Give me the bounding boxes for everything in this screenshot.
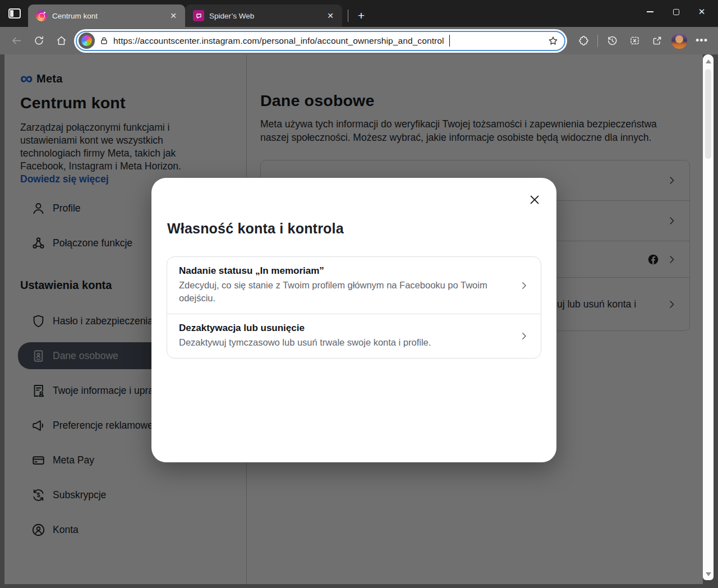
account-ownership-modal: Własność konta i kontrola Nadanie status… xyxy=(151,178,556,462)
copilot-icon[interactable] xyxy=(79,33,95,49)
tab-actions-icon xyxy=(8,8,21,19)
titlebar: Centrum kont ✕ Spider’s Web ✕ + ✕ xyxy=(0,0,718,27)
favorite-star-button[interactable] xyxy=(547,35,559,47)
maximize-button[interactable] xyxy=(663,0,689,24)
refresh-button[interactable] xyxy=(28,30,49,52)
browser-essentials-button[interactable] xyxy=(573,30,594,52)
chevron-right-icon xyxy=(519,281,529,291)
tab-centrum-kont[interactable]: Centrum kont ✕ xyxy=(28,4,185,27)
toolbar: https://accountscenter.instagram.com/per… xyxy=(0,27,718,54)
web-capture-icon xyxy=(629,35,641,47)
page-viewport: ∞ Meta Centrum kont Zarządzaj połączonym… xyxy=(0,54,718,588)
close-icon: ✕ xyxy=(698,7,706,17)
modal-title: Własność konta i kontrola xyxy=(167,220,541,237)
instagram-favicon-icon xyxy=(36,10,47,21)
more-icon: ••• xyxy=(696,35,708,47)
history-icon xyxy=(606,35,618,47)
scroll-down-arrow-icon[interactable] xyxy=(706,572,711,576)
tab-actions-button[interactable] xyxy=(4,3,25,24)
home-icon xyxy=(56,35,67,47)
modal-close-button[interactable] xyxy=(527,192,542,208)
address-bar[interactable]: https://accountscenter.instagram.com/per… xyxy=(74,29,567,53)
modal-options-list: Nadanie statusu „In memoriam” Zdecyduj, … xyxy=(167,256,541,359)
deactivation-deletion-option[interactable]: Dezaktywacja lub usunięcie Dezaktywuj ty… xyxy=(167,314,541,358)
share-icon xyxy=(651,35,663,47)
minimize-icon xyxy=(647,11,653,12)
tab-close-icon[interactable]: ✕ xyxy=(167,10,180,22)
tab-title: Spider’s Web xyxy=(209,12,319,20)
settings-more-button[interactable]: ••• xyxy=(691,30,712,52)
new-tab-button[interactable]: + xyxy=(353,7,370,24)
maximize-icon xyxy=(673,9,679,15)
url-text[interactable]: https://accountscenter.instagram.com/per… xyxy=(113,36,444,46)
spiders-web-favicon-icon xyxy=(193,10,204,21)
close-icon xyxy=(528,194,541,206)
profile-avatar[interactable] xyxy=(671,33,687,49)
memorialization-option[interactable]: Nadanie statusu „In memoriam” Zdecyduj, … xyxy=(167,257,541,314)
share-button[interactable] xyxy=(646,30,668,52)
back-icon xyxy=(11,35,22,47)
browser-essentials-icon xyxy=(578,35,590,47)
tab-close-icon[interactable]: ✕ xyxy=(324,10,337,22)
minimize-button[interactable] xyxy=(637,0,663,24)
toolbar-divider xyxy=(597,35,598,47)
back-button[interactable] xyxy=(6,30,27,52)
accounts-center-page: ∞ Meta Centrum kont Zarządzaj połączonym… xyxy=(4,54,703,584)
browser-window: Centrum kont ✕ Spider’s Web ✕ + ✕ xyxy=(0,0,718,588)
tab-spiders-web[interactable]: Spider’s Web ✕ xyxy=(185,4,342,27)
vertical-scrollbar[interactable] xyxy=(703,54,714,580)
close-window-button[interactable]: ✕ xyxy=(689,0,715,24)
tab-title: Centrum kont xyxy=(52,12,162,20)
chevron-right-icon xyxy=(519,331,529,341)
lock-icon xyxy=(99,36,109,45)
refresh-icon xyxy=(33,35,45,47)
star-icon xyxy=(547,35,559,47)
scrollbar-thumb[interactable] xyxy=(705,69,711,159)
web-capture-button[interactable] xyxy=(624,30,645,52)
scroll-up-arrow-icon[interactable] xyxy=(706,59,711,63)
tab-divider xyxy=(348,10,348,22)
history-button[interactable] xyxy=(601,30,623,52)
text-caret xyxy=(449,35,450,47)
window-controls: ✕ xyxy=(637,0,715,24)
home-button[interactable] xyxy=(50,30,72,52)
